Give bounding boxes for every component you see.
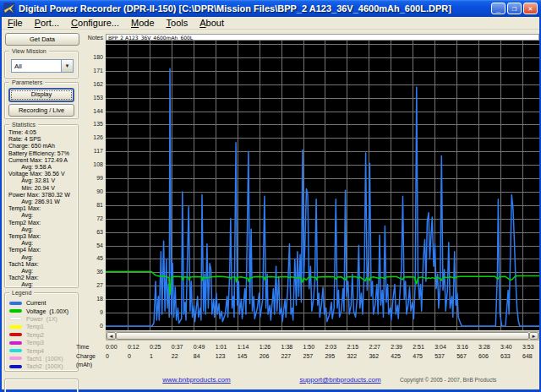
chart-notes-field[interactable]: BPP_2 A123_36V_4600mAh_600L [106, 34, 539, 41]
stat-line: Avg: [8, 281, 70, 288]
time-tick-label: 0:25 [150, 344, 161, 350]
legend-swatch [9, 349, 22, 352]
time-tick-label: 3:04 [434, 344, 446, 350]
display-button[interactable]: Display [8, 88, 74, 102]
charge-value-label: 322 [347, 353, 357, 359]
charge-value-label: 633 [500, 353, 511, 359]
time-tick-label: 0:00 [106, 344, 117, 350]
restore-button[interactable]: ❐ [507, 3, 522, 14]
charge-value-label: 257 [303, 353, 314, 359]
get-data-button[interactable]: Get Data [5, 33, 79, 46]
charge-value-label: 0 [128, 353, 131, 359]
support-email-link[interactable]: support@bnbproducts.com [275, 376, 406, 384]
time-tick-label: 1:14 [238, 344, 249, 350]
y-tick-label: 72 [79, 215, 103, 221]
charge-value-label: 567 [456, 353, 467, 359]
stat-line: Rate: 4 SPS [8, 136, 70, 143]
stat-line: Avg: [8, 226, 70, 233]
charge-value-label: 362 [369, 353, 379, 359]
y-tick-label: 90 [79, 188, 103, 194]
stat-line: Avg: [8, 212, 70, 219]
mission-selected-value: All [12, 63, 61, 70]
title-bar[interactable]: Digital Power Recorder (DPR-II-150) [C:\… [0, 0, 541, 17]
legend-swatch [9, 357, 22, 360]
statistics-group: Statistics Time: 4:05Rate: 4 SPSCharge: … [4, 124, 79, 288]
chart-plot-area[interactable] [106, 41, 539, 330]
time-tick-label: 1:26 [260, 344, 271, 350]
view-mission-label: View Mission [9, 47, 49, 55]
mission-select[interactable]: All ▼ [11, 59, 74, 73]
stat-line: Current Max: 172.49 A [8, 157, 70, 164]
charge-value-label: 0 [106, 353, 109, 359]
menu-item-about[interactable]: About [194, 18, 230, 28]
legend-items: CurrentVoltage (1.00X)Power (1X)Temp1Tem… [9, 299, 68, 371]
time-tick-label: 2:15 [347, 344, 358, 350]
y-tick-label: 171 [79, 68, 103, 74]
stat-line: Min: 20.94 V [8, 185, 70, 192]
time-tick-label: 2:03 [325, 344, 336, 350]
charge-value-label: 475 [413, 353, 423, 359]
legend-item-tach2[interactable]: Tach2 (100X) [9, 362, 68, 370]
legend-item-label: Current [26, 300, 46, 306]
menu-item-mode[interactable]: Mode [125, 18, 161, 28]
scrollbar-thumb[interactable] [116, 332, 529, 340]
y-tick-label: 108 [79, 161, 103, 167]
app-icon [3, 3, 15, 14]
time-tick-label: 0:37 [172, 344, 183, 350]
y-tick-label: 153 [79, 95, 103, 101]
menu-item-port[interactable]: Port... [29, 18, 65, 28]
legend-item-tach1[interactable]: Tach1 (100X) [9, 355, 68, 362]
legend-item-label: Temp2 [26, 332, 44, 338]
legend-item-temp1[interactable]: Temp1 [9, 323, 68, 330]
y-tick-label: 81 [79, 202, 103, 208]
menu-item-configure[interactable]: Configure... [65, 18, 125, 28]
menu-item-file[interactable]: File [2, 18, 29, 28]
charge-value-label: 425 [391, 353, 401, 359]
chevron-down-icon[interactable]: ▼ [61, 60, 73, 72]
legend-swatch [9, 317, 22, 320]
website-link[interactable]: www.bnbproducts.com [139, 376, 254, 384]
charge-value-label: 22 [172, 353, 178, 359]
legend-item-label: Tach1 (100X) [26, 356, 63, 362]
statistics-label: Statistics [9, 121, 38, 128]
y-tick-label: 0 [79, 323, 103, 329]
legend-swatch [9, 341, 22, 345]
legend-item-voltage[interactable]: Voltage (1.00X) [9, 307, 68, 314]
parameters-label: Parameters [9, 79, 45, 86]
stat-line: Charge: 650 mAh [8, 143, 70, 150]
legend-item-label: Temp4 [26, 348, 44, 354]
close-button[interactable]: ✕ [523, 3, 538, 14]
legend-swatch [9, 325, 22, 329]
stat-line: Avg: [8, 240, 70, 247]
stat-line: Battery Efficiency: 57% [8, 150, 70, 157]
legend-item-temp3[interactable]: Temp3 [9, 339, 68, 346]
y-tick-label: 54 [79, 242, 103, 248]
legend-item-temp2[interactable]: Temp2 [9, 331, 68, 339]
recording-live-button[interactable]: Recording / Live [8, 104, 74, 117]
y-tick-label: 63 [79, 229, 103, 235]
y-tick-label: 36 [79, 269, 103, 275]
legend-item-current[interactable]: Current [9, 299, 68, 307]
menu-item-tools[interactable]: Tools [161, 18, 194, 28]
y-tick-label: 180 [79, 54, 103, 60]
scroll-right-icon[interactable]: ► [529, 332, 538, 340]
legend-item-temp4[interactable]: Temp4 [9, 346, 68, 354]
stat-line: Temp4 Max: [8, 247, 70, 253]
charge-axis-label: Charge [76, 353, 96, 359]
charge-value-label: 537 [434, 353, 445, 359]
stat-line: Power Max: 3780.32 W [8, 192, 70, 199]
legend-item-power[interactable]: Power (1X) [9, 315, 68, 323]
charge-value-label: 84 [194, 353, 200, 359]
view-mission-group: View Mission All ▼ [4, 51, 79, 79]
stat-line: Temp2 Max: [8, 220, 70, 226]
chart-horizontal-scrollbar[interactable]: ◄ ► [106, 331, 539, 340]
minimize-button[interactable]: _ [491, 3, 505, 14]
scroll-left-icon[interactable]: ◄ [107, 332, 116, 340]
legend-item-label: Power (1X) [26, 316, 57, 322]
statistics-lines: Time: 4:05Rate: 4 SPSCharge: 650 mAhBatt… [8, 129, 70, 289]
charge-value-label: 606 [478, 353, 489, 359]
time-tick-label: 1:38 [281, 344, 293, 350]
legend-group: Legend CurrentVoltage (1.00X)Power (1X)T… [4, 292, 79, 372]
notes-label: Notes [79, 35, 103, 41]
time-tick-label: 3:16 [456, 344, 468, 350]
